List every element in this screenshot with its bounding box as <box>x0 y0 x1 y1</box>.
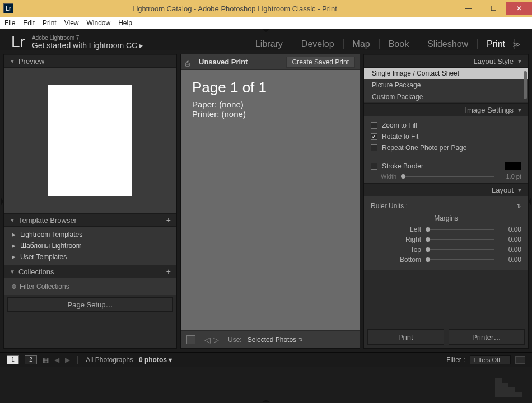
next-page-icon[interactable]: ▷ <box>213 335 219 344</box>
preview-panel-header[interactable]: ▼ Preview <box>4 54 176 68</box>
stroke-color-swatch[interactable] <box>505 162 521 170</box>
menu-edit[interactable]: Edit <box>23 19 35 27</box>
lightroom-logo: Lr <box>11 33 25 51</box>
source-label[interactable]: All Photographs <box>86 356 133 364</box>
template-browser-header[interactable]: ▼ Template Browser + <box>4 213 176 227</box>
screen-mode-2-button[interactable]: 2 <box>25 355 37 364</box>
margin-slider[interactable] <box>426 229 494 230</box>
module-overflow-icon[interactable]: ≫ <box>512 40 521 49</box>
print-canvas: Page 1 of 1 Paper: (none) Printer: (none… <box>181 70 360 330</box>
template-browser-title: Template Browser <box>18 216 77 224</box>
menu-print[interactable]: Print <box>43 19 57 27</box>
slider-knob[interactable] <box>401 174 405 179</box>
menu-window[interactable]: Window <box>87 19 111 27</box>
photo-count[interactable]: 0 photos ▾ <box>139 356 172 364</box>
checkbox[interactable] <box>371 122 377 129</box>
module-library[interactable]: Library <box>246 39 292 49</box>
margin-value[interactable]: 0.00 <box>499 226 521 233</box>
module-map[interactable]: Map <box>344 39 380 49</box>
right-scrollbar[interactable] <box>523 71 528 326</box>
add-template-icon[interactable]: + <box>166 215 171 224</box>
collections-header[interactable]: ▼ Collections + <box>4 265 176 278</box>
repeat-photo-row[interactable]: Repeat One Photo per Page <box>371 142 521 153</box>
zoom-to-fill-row[interactable]: Zoom to Fill <box>371 120 521 131</box>
checkbox[interactable] <box>371 133 377 140</box>
image-settings-header[interactable]: Image Settings ▼ <box>364 103 528 116</box>
margin-slider[interactable] <box>426 259 494 260</box>
check-label: Zoom to Fill <box>382 121 417 129</box>
print-button[interactable]: Print <box>367 329 444 345</box>
prev-page-icon[interactable]: ◁ <box>204 335 211 344</box>
menu-file[interactable]: File <box>4 19 15 27</box>
width-label: Width <box>381 173 396 180</box>
filter-dropdown[interactable]: Filters Off <box>470 355 511 364</box>
preview-paper <box>48 85 132 196</box>
collapse-bottom-icon[interactable] <box>262 400 270 402</box>
layout-style-item[interactable]: Single Image / Contact Sheet <box>364 68 528 79</box>
checkbox[interactable] <box>371 163 377 170</box>
layout-style-item[interactable]: Custom Package <box>364 91 528 103</box>
chevron-down-icon: ▼ <box>10 58 15 64</box>
margin-left-row: Left 0.00 <box>371 224 521 235</box>
filmstrip-toolbar: 1 2 ▦ ◀ ▶ | All Photographs 0 photos ▾ F… <box>0 352 532 367</box>
module-slideshow[interactable]: Slideshow <box>418 39 478 49</box>
margin-slider[interactable] <box>426 239 494 240</box>
collapse-left-icon[interactable] <box>1 197 3 206</box>
module-develop[interactable]: Develop <box>292 39 344 49</box>
margin-value[interactable]: 0.00 <box>499 246 521 254</box>
collapse-top-icon[interactable] <box>262 29 270 32</box>
menubar: File Edit Print View Window Help <box>0 17 532 29</box>
select-checkbox[interactable] <box>186 335 195 344</box>
margin-right-row: Right 0.00 <box>371 235 521 245</box>
printer-button[interactable]: Printer… <box>449 329 525 345</box>
left-panel: ▼ Preview ▼ Template Browser + ▶Lightroo… <box>3 54 177 349</box>
scrollbar-thumb[interactable] <box>524 71 527 99</box>
slider-knob[interactable] <box>426 257 430 262</box>
stroke-border-row[interactable]: Stroke Border <box>371 161 521 172</box>
layout-header[interactable]: Layout ▼ <box>364 183 528 196</box>
margin-slider[interactable] <box>426 249 494 250</box>
menu-help[interactable]: Help <box>118 19 132 27</box>
filter-lock-icon[interactable] <box>515 356 525 364</box>
margin-value[interactable]: 0.00 <box>499 236 521 243</box>
center-toolbar: ◁ ▷ Use: Selected Photos ⇅ <box>181 330 360 348</box>
margins-label: Margins <box>371 212 521 224</box>
template-label: Шаблоны Lightroom <box>20 242 82 250</box>
slider-knob[interactable] <box>426 237 430 242</box>
collections-filter[interactable]: Filter Collections <box>4 280 176 293</box>
margin-label: Left <box>371 226 421 233</box>
module-print[interactable]: Print <box>478 39 515 49</box>
template-tree: ▶Lightroom Templates ▶Шаблоны Lightroom … <box>4 227 176 265</box>
maximize-button[interactable]: ☐ <box>481 2 506 15</box>
margin-value[interactable]: 0.00 <box>499 256 521 264</box>
use-dropdown[interactable]: Selected Photos ⇅ <box>248 336 303 344</box>
slider-knob[interactable] <box>426 227 430 232</box>
collapse-right-icon[interactable] <box>529 197 531 206</box>
close-button[interactable]: ✕ <box>506 2 532 15</box>
width-slider[interactable] <box>401 176 494 177</box>
printer-icon: ⎙ <box>185 59 193 65</box>
nav-forward-icon[interactable]: ▶ <box>65 356 70 364</box>
create-saved-print-button[interactable]: Create Saved Print <box>286 57 355 68</box>
grid-icon[interactable]: ▦ <box>43 356 49 364</box>
screen-mode-1-button[interactable]: 1 <box>7 355 19 364</box>
nav-back-icon[interactable]: ◀ <box>54 356 59 364</box>
template-folder[interactable]: ▶Шаблоны Lightroom <box>4 240 176 251</box>
ruler-units-dropdown[interactable]: Ruler Units : ⇅ <box>371 200 521 212</box>
menu-view[interactable]: View <box>64 19 79 27</box>
stroke-width-row: Width 1.0 pt <box>371 172 521 180</box>
slider-knob[interactable] <box>426 247 430 252</box>
brand-title[interactable]: Get started with Lightroom CC ▸ <box>32 41 143 50</box>
template-folder[interactable]: ▶Lightroom Templates <box>4 229 176 240</box>
layout-style-item[interactable]: Picture Package <box>364 79 528 91</box>
checkbox[interactable] <box>371 144 377 151</box>
module-book[interactable]: Book <box>380 39 418 49</box>
rotate-to-fit-row[interactable]: Rotate to Fit <box>371 131 521 142</box>
layout-style-header[interactable]: Layout Style ▼ <box>364 54 528 68</box>
updown-icon: ⇅ <box>517 203 521 209</box>
template-folder[interactable]: ▶User Templates <box>4 251 176 263</box>
margin-label: Top <box>371 246 421 254</box>
add-collection-icon[interactable]: + <box>166 267 171 276</box>
minimize-button[interactable]: — <box>456 2 481 15</box>
page-setup-button[interactable]: Page Setup… <box>7 297 173 312</box>
